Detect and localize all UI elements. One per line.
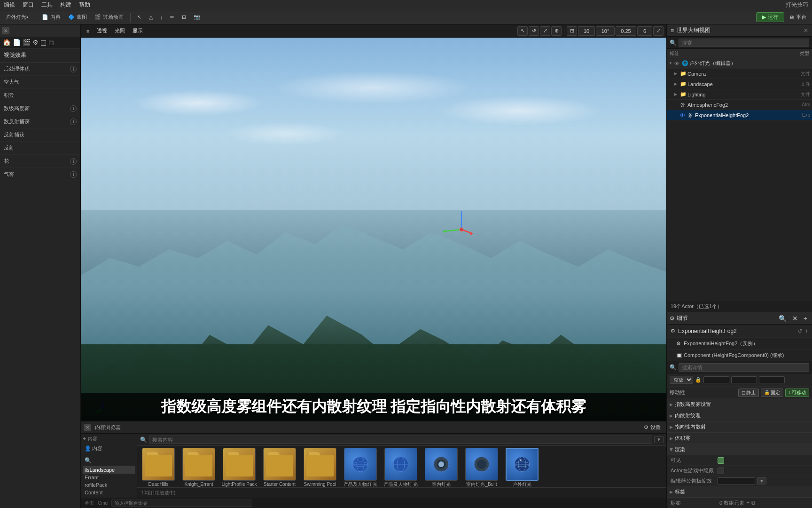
viewport-show-btn[interactable]: 显示 (130, 26, 146, 35)
section-tags[interactable]: ▶ 标签 (667, 486, 812, 498)
viewport-menu-btn[interactable]: ≡ (84, 27, 92, 35)
tree-item-lighting[interactable]: ▶ 📁 Lighting 文件 (667, 89, 812, 100)
tree-item-atm-fog[interactable]: 🌫 AtmosphericFog2 Atm (667, 100, 812, 110)
folder-content[interactable]: Content (83, 489, 135, 496)
project-name-btn[interactable]: 户外灯光• (3, 13, 31, 22)
effect-atmosphere[interactable]: 空大气 (0, 76, 80, 89)
vp-translate-btn[interactable]: ↖ (517, 26, 528, 36)
scale-tool-btn[interactable]: ↓ (157, 14, 166, 21)
asset-swimming[interactable]: Swimming Pool (301, 448, 339, 487)
transform-y-input[interactable]: 1.0 (731, 376, 757, 383)
folder-errant[interactable]: Errant (83, 474, 135, 481)
transform-x-input[interactable]: 1.0 (703, 376, 729, 383)
folder-ils-landscape[interactable]: ilsLandscape (83, 466, 135, 474)
effect-post-processing[interactable]: 后处理体积 ℹ (0, 63, 80, 76)
platform-btn[interactable]: 🖥 平台 (786, 13, 809, 22)
tree-item-camera[interactable]: ▶ 📁 Camera 文件 (667, 69, 812, 79)
outliner-close-btn[interactable]: ✕ (804, 27, 808, 34)
viewport-lighting-btn[interactable]: 光照 (112, 26, 128, 35)
vp-fov-btn[interactable]: 10° (596, 26, 615, 36)
component-refresh-icon[interactable]: ↺ (797, 328, 802, 334)
asset-indoor-light[interactable]: 室内灯光 (422, 448, 461, 487)
effect-height-fog[interactable]: 数级高度雾 ℹ (0, 102, 80, 115)
asset-product-light[interactable]: 产品及人物灯 光 (341, 448, 380, 487)
vp-maximize-btn[interactable]: ⤢ (653, 26, 664, 36)
hidden-checkbox[interactable] (718, 468, 724, 474)
tree-item-root[interactable]: ▼ 👁 🌐 户外灯光（编辑器） (667, 58, 812, 69)
camera-tool-btn[interactable]: 📷 (191, 13, 203, 21)
details-search-input[interactable] (679, 363, 809, 372)
save-all-btn[interactable]: 内容 (88, 436, 97, 442)
transform-mode-select[interactable]: 缩放 (670, 376, 693, 384)
mobility-movable-btn[interactable]: ↕ 可移动 (785, 389, 809, 397)
mode-icon-1[interactable]: 🏠 (3, 39, 11, 46)
menu-edit[interactable]: 编辑 (4, 1, 15, 9)
mode-icon-6[interactable]: ◻ (48, 39, 54, 46)
asset-knight[interactable]: Knight_Errant (180, 448, 218, 487)
viewport-scene[interactable]: Z X 指数级高度雾组件还有内散射纹理 指定指向性内散射还有体积雾 (81, 38, 666, 421)
content-search-input[interactable] (149, 436, 652, 444)
tags-add-btn[interactable]: + (746, 500, 750, 506)
select-tool-btn[interactable]: ↖ (134, 13, 144, 21)
mode-icon-4[interactable]: ⚙ (32, 39, 39, 46)
mobility-static-btn[interactable]: ◻ 静止 (738, 389, 759, 397)
mode-icon-2[interactable]: 📄 (13, 39, 21, 46)
mobility-stationary-btn[interactable]: 🔒 固定 (761, 389, 783, 397)
effect-fog[interactable]: 气雾 ℹ (0, 168, 80, 181)
details-search-toggle[interactable]: 🔍 (777, 315, 789, 322)
menu-tools[interactable]: 工具 (41, 1, 53, 9)
blueprint-mode-btn[interactable]: 🔷 蓝图 (65, 13, 90, 22)
effect-clouds[interactable]: 积云 (0, 89, 80, 102)
section-vol-fog[interactable]: ▶ 体积雾 (667, 433, 812, 444)
effect-reflection3[interactable]: 反射 (0, 142, 80, 155)
asset-lightprofile[interactable]: LightProfile Pack (220, 448, 258, 487)
cinematics-mode-btn[interactable]: 🎬 过场动画 (92, 13, 126, 22)
section-inscatter[interactable]: ▶ 内散射纹理 (667, 410, 812, 421)
content-settings-btn[interactable]: ⚙ 设置 (641, 423, 664, 432)
vp-grid-btn[interactable]: ⊞ (567, 26, 577, 36)
details-add-btn[interactable]: + (802, 315, 809, 322)
tags-copy-btn[interactable]: ⧉ (751, 500, 756, 506)
add-source-btn[interactable]: + (83, 436, 86, 442)
left-panel-close-btn[interactable]: ✕ (2, 27, 9, 34)
vp-speed-btn[interactable]: 10 (578, 26, 595, 36)
menu-build[interactable]: 构建 (60, 1, 71, 9)
rotate-tool-btn[interactable]: △ (146, 13, 156, 21)
visible-checkbox[interactable] (718, 457, 724, 464)
asset-indoor-built[interactable]: 室内灯光_Built Data (462, 448, 501, 487)
details-close-btn[interactable]: ✕ (790, 315, 800, 322)
asset-outdoor-light[interactable]: ✦ 户外灯光 (503, 448, 541, 487)
vp-rotate-btn[interactable]: ↺ (529, 26, 539, 36)
effect-flower[interactable]: 花 ℹ (0, 155, 80, 168)
console-input[interactable] (111, 500, 252, 507)
effect-reflection2[interactable]: 反射捕获 (0, 128, 80, 142)
effect-reflection1[interactable]: 数反射捕获 ℹ (0, 115, 80, 128)
asset-deadhills[interactable]: DeadHills Landscape (139, 448, 178, 487)
asset-product-light-data[interactable]: 产品及人物灯 光_BuiltData (382, 448, 420, 487)
menu-window[interactable]: 窗口 (23, 1, 34, 9)
section-render[interactable]: ▶ 渲染 (667, 444, 812, 455)
grid-tool-btn[interactable]: ⊞ (179, 13, 189, 21)
viewport-perspective-btn[interactable]: 透视 (94, 26, 110, 35)
run-btn[interactable]: ▶ 运行 (756, 12, 784, 22)
mode-icon-3[interactable]: 🎬 (23, 39, 31, 46)
billboard-scale-input[interactable]: 1.0 (718, 477, 755, 484)
menu-help[interactable]: 帮助 (79, 1, 90, 9)
vp-count-btn[interactable]: 6 (637, 26, 652, 36)
outliner-search-input[interactable] (679, 39, 809, 47)
billboard-dropdown-btn[interactable]: ▼ (757, 477, 766, 484)
mode-icon-5[interactable]: ▥ (40, 39, 47, 46)
content-browser-close[interactable]: ✕ (84, 424, 91, 431)
tree-item-landscape[interactable]: ▶ 📁 Landscape 文件 (667, 79, 812, 89)
asset-starter[interactable]: Starter Content (260, 448, 299, 487)
vp-near-btn[interactable]: 0.25 (616, 26, 636, 36)
section-exp-fog[interactable]: ▶ 指数高度雾设置 (667, 399, 812, 410)
transform-z-input[interactable]: 1.0 (759, 376, 785, 383)
brush-tool-btn[interactable]: ✏ (167, 13, 177, 21)
folder-profile-pack[interactable]: rofilePack (83, 481, 135, 489)
filter-btn[interactable]: ▼ (654, 436, 664, 443)
component-add-icon[interactable]: + (805, 328, 808, 334)
tree-item-exp-fog[interactable]: 👁 🌫 ExponentialHeightFog2 Exp (667, 110, 812, 120)
vp-scale-btn[interactable]: ⤢ (540, 26, 550, 36)
vp-camera-btn[interactable]: ⊕ (551, 26, 562, 36)
